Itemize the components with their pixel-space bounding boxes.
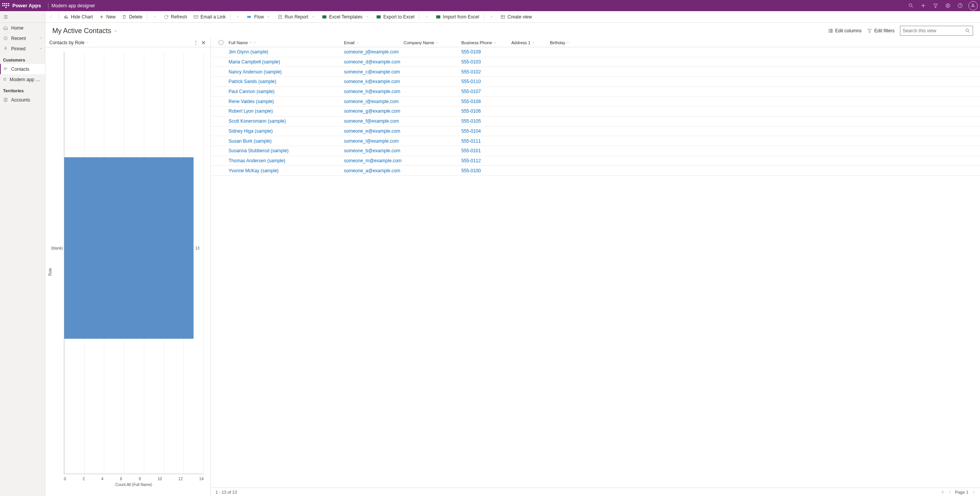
table-row[interactable]: Yvonne McKay (sample)someone_a@example.c… [211, 166, 980, 176]
cmd-email-link[interactable]: Email a Link [190, 11, 229, 22]
cmd-import-excel[interactable]: Import from Excel [432, 11, 482, 22]
table-row[interactable]: Paul Cannon (sample)someone_h@example.co… [211, 87, 980, 97]
cell-email[interactable]: someone_e@example.com [344, 128, 400, 134]
sidebar-item-contacts[interactable]: Contacts [0, 64, 45, 74]
search-input[interactable] [903, 28, 965, 33]
prev-page-icon[interactable] [948, 490, 952, 494]
table-row[interactable]: Nancy Anderson (sample)someone_c@example… [211, 67, 980, 77]
table-row[interactable]: Patrick Sands (sample)someone_k@example.… [211, 77, 980, 87]
table-row[interactable]: Scott Konersmann (sample)someone_f@examp… [211, 117, 980, 126]
cell-phone[interactable]: 555-0101 [461, 148, 481, 153]
add-icon[interactable] [917, 0, 929, 11]
cmd-run-report[interactable]: Run Report [274, 11, 319, 22]
user-avatar[interactable]: JL [968, 1, 978, 10]
cmd-import-excel-dropdown[interactable] [486, 11, 497, 22]
table-row[interactable]: Robert Lyon (sample)someone_g@example.co… [211, 107, 980, 117]
suite-brand[interactable]: Power Apps [12, 3, 41, 8]
first-page-icon[interactable] [941, 490, 945, 494]
cell-phone[interactable]: 555-0105 [461, 118, 481, 124]
table-row[interactable]: Susanna Stubberod (sample)someone_b@exam… [211, 146, 980, 156]
cmd-create-view[interactable]: Create view [497, 11, 535, 22]
next-page-icon[interactable] [972, 490, 975, 494]
app-launcher-icon[interactable] [2, 2, 10, 10]
cell-email[interactable]: someone_d@example.com [344, 59, 400, 65]
sidebar-item-home[interactable]: Home [0, 23, 45, 33]
cell-email[interactable]: someone_b@example.com [344, 148, 400, 153]
cell-phone[interactable]: 555-0109 [461, 49, 481, 55]
cell-phone[interactable]: 555-0110 [461, 79, 481, 84]
cell-phone[interactable]: 555-0107 [461, 89, 481, 94]
chevron-down-icon[interactable] [39, 36, 43, 41]
cell-email[interactable]: someone_l@example.com [344, 138, 399, 144]
cmd-excel-templates[interactable]: Excel Templates [319, 11, 373, 22]
cell-full-name[interactable]: Maria Campbell (sample) [229, 59, 280, 65]
cell-phone[interactable]: 555-0106 [461, 108, 481, 114]
cell-full-name[interactable]: Patrick Sands (sample) [229, 79, 276, 84]
cell-full-name[interactable]: Rene Valdes (sample) [229, 99, 274, 104]
cell-full-name[interactable]: Sidney Higa (sample) [229, 128, 273, 134]
chart-more-icon[interactable]: ⋮ [192, 40, 200, 45]
sidebar-item-accounts[interactable]: Accounts [0, 95, 45, 105]
column-header-full-name[interactable]: Full Name [229, 40, 344, 45]
cell-phone[interactable]: 555-0111 [461, 138, 481, 144]
sidebar-toggle[interactable] [0, 11, 45, 23]
cell-email[interactable]: someone_f@example.com [344, 118, 399, 124]
cell-email[interactable]: someone_a@example.com [344, 168, 400, 173]
cell-phone[interactable]: 555-0100 [461, 168, 481, 173]
cell-email[interactable]: someone_g@example.com [344, 108, 400, 114]
cell-full-name[interactable]: Paul Cannon (sample) [229, 89, 274, 94]
cell-full-name[interactable]: Susanna Stubberod (sample) [229, 148, 289, 153]
sidebar-item-modern-app-designer[interactable]: Modern app designe… [0, 74, 45, 85]
sidebar-item-recent[interactable]: Recent [0, 33, 45, 43]
cmd-delete[interactable]: Delete [119, 11, 145, 22]
filter-icon[interactable] [929, 0, 942, 11]
help-icon[interactable] [954, 0, 966, 11]
sidebar-item-pinned[interactable]: Pinned [0, 43, 45, 54]
table-row[interactable]: Rene Valdes (sample)someone_i@example.co… [211, 97, 980, 107]
edit-filters-button[interactable]: Edit filters [867, 28, 895, 33]
cmd-new[interactable]: New [96, 11, 119, 22]
cell-email[interactable]: someone_c@example.com [344, 69, 400, 75]
cmd-delete-dropdown[interactable] [149, 11, 160, 22]
column-header-phone[interactable]: Business Phone [461, 40, 511, 45]
cell-full-name[interactable]: Jim Glynn (sample) [229, 49, 268, 55]
cmd-hide-chart[interactable]: Hide Chart [60, 11, 96, 22]
cmd-export-excel-dropdown[interactable] [421, 11, 432, 22]
chart-title-selector[interactable]: Contacts by Role [49, 40, 89, 45]
cell-phone[interactable]: 555-0104 [461, 128, 481, 134]
chart-bar[interactable] [64, 157, 194, 339]
table-row[interactable]: Thomas Andersen (sample)someone_m@exampl… [211, 156, 980, 166]
cell-email[interactable]: someone_m@example.com [344, 158, 402, 163]
search-icon[interactable] [905, 0, 917, 11]
cell-email[interactable]: someone_h@example.com [344, 89, 400, 94]
table-row[interactable]: Maria Campbell (sample)someone_d@example… [211, 57, 980, 67]
cell-phone[interactable]: 555-0102 [461, 69, 481, 75]
cell-phone[interactable]: 555-0112 [461, 158, 481, 163]
edit-columns-button[interactable]: Edit columns [828, 28, 862, 33]
column-header-email[interactable]: Email [344, 40, 404, 45]
cell-full-name[interactable]: Thomas Andersen (sample) [229, 158, 285, 163]
cell-phone[interactable]: 555-0103 [461, 59, 481, 65]
view-selector[interactable]: My Active Contacts [52, 27, 118, 35]
chevron-down-icon[interactable] [39, 46, 43, 52]
table-row[interactable]: Sidney Higa (sample)someone_e@example.co… [211, 126, 980, 136]
cmd-refresh[interactable]: Refresh [160, 11, 190, 22]
cmd-export-excel[interactable]: Export to Excel [373, 11, 417, 22]
cell-full-name[interactable]: Yvonne McKay (sample) [229, 168, 279, 173]
table-row[interactable]: Jim Glynn (sample)someone_j@example.com5… [211, 47, 980, 57]
select-all-checkbox[interactable] [213, 40, 229, 45]
cell-email[interactable]: someone_j@example.com [344, 49, 399, 55]
column-header-address[interactable]: Address 1 [511, 40, 550, 45]
cmd-flow[interactable]: Flow [244, 11, 274, 22]
column-header-company[interactable]: Company Name [404, 40, 461, 45]
chart-plot-area[interactable]: (blank)13 [64, 52, 204, 474]
cell-email[interactable]: someone_k@example.com [344, 79, 400, 84]
search-icon[interactable] [965, 28, 970, 33]
cell-full-name[interactable]: Susan Burk (sample) [229, 138, 272, 144]
back-button[interactable] [45, 14, 57, 19]
cell-phone[interactable]: 555-0108 [461, 99, 481, 104]
cmd-email-link-dropdown[interactable] [232, 11, 244, 22]
cell-email[interactable]: someone_i@example.com [344, 99, 399, 104]
cell-full-name[interactable]: Robert Lyon (sample) [229, 108, 273, 114]
chart-close-icon[interactable]: ✕ [200, 40, 207, 46]
